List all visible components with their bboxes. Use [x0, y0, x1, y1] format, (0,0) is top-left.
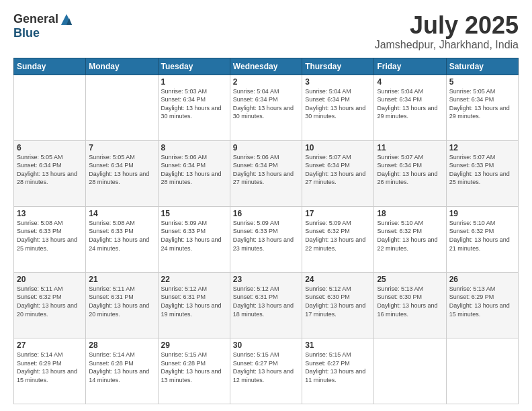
day-number: 27: [17, 340, 83, 350]
location: Jamshedpur, Jharkhand, India: [375, 39, 519, 51]
day-number: 1: [161, 77, 227, 87]
calendar-cell: 7Sunrise: 5:05 AM Sunset: 6:34 PM Daylig…: [86, 140, 158, 206]
day-number: 23: [233, 275, 299, 284]
day-info: Sunrise: 5:15 AM Sunset: 6:27 PM Dayligh…: [233, 351, 299, 384]
header: General Blue July 2025 Jamshedpur, Jhark…: [13, 12, 519, 51]
calendar-cell: 27Sunrise: 5:14 AM Sunset: 6:29 PM Dayli…: [14, 338, 86, 404]
calendar-cell: 8Sunrise: 5:06 AM Sunset: 6:34 PM Daylig…: [158, 140, 230, 206]
day-number: 16: [233, 209, 299, 218]
day-info: Sunrise: 5:09 AM Sunset: 6:33 PM Dayligh…: [233, 219, 299, 253]
weekday-header-row: SundayMondayTuesdayWednesdayThursdayFrid…: [14, 58, 519, 75]
day-info: Sunrise: 5:15 AM Sunset: 6:27 PM Dayligh…: [305, 351, 371, 384]
calendar-cell: 3Sunrise: 5:04 AM Sunset: 6:34 PM Daylig…: [302, 75, 374, 140]
calendar-cell: 22Sunrise: 5:12 AM Sunset: 6:31 PM Dayli…: [158, 272, 230, 338]
day-number: 10: [305, 143, 371, 152]
day-info: Sunrise: 5:04 AM Sunset: 6:34 PM Dayligh…: [233, 87, 299, 121]
calendar-cell: 1Sunrise: 5:03 AM Sunset: 6:34 PM Daylig…: [158, 75, 230, 140]
calendar-cell: 13Sunrise: 5:08 AM Sunset: 6:33 PM Dayli…: [14, 206, 86, 272]
weekday-header-sunday: Sunday: [14, 58, 86, 75]
day-info: Sunrise: 5:11 AM Sunset: 6:32 PM Dayligh…: [17, 285, 83, 318]
day-info: Sunrise: 5:07 AM Sunset: 6:34 PM Dayligh…: [305, 153, 371, 187]
day-info: Sunrise: 5:08 AM Sunset: 6:33 PM Dayligh…: [17, 219, 83, 253]
calendar-cell: 26Sunrise: 5:13 AM Sunset: 6:29 PM Dayli…: [446, 272, 518, 338]
day-number: 3: [305, 77, 371, 87]
day-info: Sunrise: 5:03 AM Sunset: 6:34 PM Dayligh…: [161, 87, 227, 121]
calendar-cell: 17Sunrise: 5:09 AM Sunset: 6:32 PM Dayli…: [302, 206, 374, 272]
day-info: Sunrise: 5:09 AM Sunset: 6:33 PM Dayligh…: [161, 219, 227, 253]
day-info: Sunrise: 5:13 AM Sunset: 6:29 PM Dayligh…: [449, 285, 515, 318]
day-number: 6: [17, 143, 83, 152]
calendar-cell: 6Sunrise: 5:05 AM Sunset: 6:34 PM Daylig…: [14, 140, 86, 206]
day-number: 2: [233, 77, 299, 87]
day-info: Sunrise: 5:04 AM Sunset: 6:34 PM Dayligh…: [377, 87, 443, 121]
weekday-header-tuesday: Tuesday: [158, 58, 230, 75]
day-number: 19: [449, 209, 515, 218]
day-info: Sunrise: 5:13 AM Sunset: 6:30 PM Dayligh…: [377, 285, 443, 318]
calendar-cell: 16Sunrise: 5:09 AM Sunset: 6:33 PM Dayli…: [230, 206, 302, 272]
weekday-header-friday: Friday: [374, 58, 446, 75]
week-row-4: 20Sunrise: 5:11 AM Sunset: 6:32 PM Dayli…: [14, 272, 519, 338]
calendar-cell: 2Sunrise: 5:04 AM Sunset: 6:34 PM Daylig…: [230, 75, 302, 140]
day-info: Sunrise: 5:10 AM Sunset: 6:32 PM Dayligh…: [449, 219, 515, 253]
calendar-cell: 9Sunrise: 5:06 AM Sunset: 6:34 PM Daylig…: [230, 140, 302, 206]
day-number: 15: [161, 209, 227, 218]
calendar-table: SundayMondayTuesdayWednesdayThursdayFrid…: [13, 58, 519, 404]
calendar-cell: [374, 338, 446, 404]
day-number: 28: [89, 340, 154, 350]
calendar-cell: [86, 75, 158, 140]
week-row-2: 6Sunrise: 5:05 AM Sunset: 6:34 PM Daylig…: [14, 140, 519, 206]
day-info: Sunrise: 5:10 AM Sunset: 6:32 PM Dayligh…: [377, 219, 443, 253]
day-info: Sunrise: 5:04 AM Sunset: 6:34 PM Dayligh…: [305, 87, 371, 121]
day-info: Sunrise: 5:14 AM Sunset: 6:28 PM Dayligh…: [89, 351, 154, 384]
page: General Blue July 2025 Jamshedpur, Jhark…: [0, 0, 532, 411]
day-number: 30: [233, 340, 299, 350]
calendar-cell: 15Sunrise: 5:09 AM Sunset: 6:33 PM Dayli…: [158, 206, 230, 272]
day-number: 18: [377, 209, 443, 218]
calendar-cell: 4Sunrise: 5:04 AM Sunset: 6:34 PM Daylig…: [374, 75, 446, 140]
day-number: 21: [89, 275, 154, 284]
calendar-cell: 28Sunrise: 5:14 AM Sunset: 6:28 PM Dayli…: [86, 338, 158, 404]
logo: General Blue: [13, 12, 73, 40]
day-number: 24: [305, 275, 371, 284]
day-info: Sunrise: 5:05 AM Sunset: 6:34 PM Dayligh…: [89, 153, 154, 187]
week-row-1: 1Sunrise: 5:03 AM Sunset: 6:34 PM Daylig…: [14, 75, 519, 140]
day-info: Sunrise: 5:05 AM Sunset: 6:34 PM Dayligh…: [449, 87, 515, 121]
calendar-cell: 31Sunrise: 5:15 AM Sunset: 6:27 PM Dayli…: [302, 338, 374, 404]
weekday-header-wednesday: Wednesday: [230, 58, 302, 75]
day-number: 8: [161, 143, 227, 152]
day-number: 12: [449, 143, 515, 152]
day-number: 14: [89, 209, 154, 218]
calendar-cell: 14Sunrise: 5:08 AM Sunset: 6:33 PM Dayli…: [86, 206, 158, 272]
day-number: 20: [17, 275, 83, 284]
day-info: Sunrise: 5:06 AM Sunset: 6:34 PM Dayligh…: [233, 153, 299, 187]
calendar-cell: 12Sunrise: 5:07 AM Sunset: 6:33 PM Dayli…: [446, 140, 518, 206]
calendar-cell: [14, 75, 86, 140]
day-number: 5: [449, 77, 515, 87]
month-title: July 2025: [375, 12, 519, 39]
day-number: 17: [305, 209, 371, 218]
logo-general-text: General: [13, 12, 58, 26]
calendar-cell: 11Sunrise: 5:07 AM Sunset: 6:34 PM Dayli…: [374, 140, 446, 206]
day-number: 29: [161, 340, 227, 350]
day-number: 11: [377, 143, 443, 152]
week-row-5: 27Sunrise: 5:14 AM Sunset: 6:29 PM Dayli…: [14, 338, 519, 404]
day-info: Sunrise: 5:15 AM Sunset: 6:28 PM Dayligh…: [161, 351, 227, 384]
day-number: 26: [449, 275, 515, 284]
day-info: Sunrise: 5:08 AM Sunset: 6:33 PM Dayligh…: [89, 219, 154, 253]
calendar-cell: 18Sunrise: 5:10 AM Sunset: 6:32 PM Dayli…: [374, 206, 446, 272]
calendar-cell: 5Sunrise: 5:05 AM Sunset: 6:34 PM Daylig…: [446, 75, 518, 140]
weekday-header-saturday: Saturday: [446, 58, 518, 75]
day-info: Sunrise: 5:09 AM Sunset: 6:32 PM Dayligh…: [305, 219, 371, 253]
calendar-cell: 25Sunrise: 5:13 AM Sunset: 6:30 PM Dayli…: [374, 272, 446, 338]
weekday-header-monday: Monday: [86, 58, 158, 75]
day-number: 13: [17, 209, 83, 218]
week-row-3: 13Sunrise: 5:08 AM Sunset: 6:33 PM Dayli…: [14, 206, 519, 272]
calendar-cell: 19Sunrise: 5:10 AM Sunset: 6:32 PM Dayli…: [446, 206, 518, 272]
calendar-cell: 21Sunrise: 5:11 AM Sunset: 6:31 PM Dayli…: [86, 272, 158, 338]
day-number: 7: [89, 143, 154, 152]
day-info: Sunrise: 5:12 AM Sunset: 6:30 PM Dayligh…: [305, 285, 371, 318]
calendar-cell: [446, 338, 518, 404]
calendar-cell: 30Sunrise: 5:15 AM Sunset: 6:27 PM Dayli…: [230, 338, 302, 404]
day-info: Sunrise: 5:05 AM Sunset: 6:34 PM Dayligh…: [17, 153, 83, 187]
title-area: July 2025 Jamshedpur, Jharkhand, India: [375, 12, 519, 51]
